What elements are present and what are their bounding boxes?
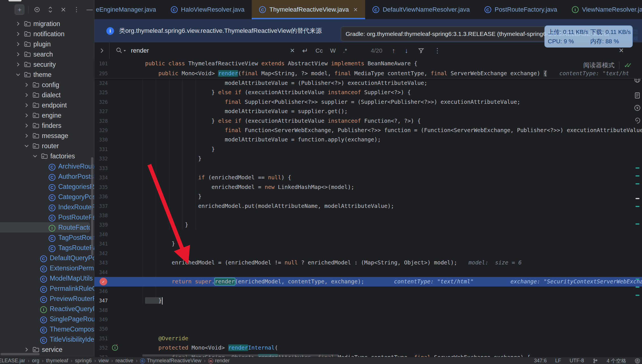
spiral-icon[interactable] [634,117,641,124]
chevron-right-icon[interactable] [23,102,30,109]
tree-item-endpoint[interactable]: endpoint [0,100,94,110]
chevron-right-icon[interactable] [15,51,21,58]
editor-horizontal-scrollbar[interactable] [142,354,339,357]
tree-item-TagPostRouteFac[interactable]: CTagPostRouteFac [0,232,94,243]
gutter[interactable] [110,59,118,69]
breadcrumb-item[interactable]: reactive [115,358,133,364]
tab-DefaultViewNameResolver.java[interactable]: CDefaultViewNameResolver.java [365,0,477,19]
tree-item-ExtensionPermalinkF[interactable]: CExtensionPermalinkF [0,263,94,273]
tree-item-ReactiveQueryPostP[interactable]: IReactiveQueryPostP [0,304,94,314]
scrollbar-match-mark[interactable] [635,198,639,199]
chevron-right-icon[interactable] [15,61,21,68]
breakpoint-icon[interactable]: ✓ [100,278,107,285]
clear-search-icon[interactable]: ✕ [290,47,295,54]
tab-ThymeleafReactiveView.java[interactable]: CThymeleafReactiveView.java✕ [252,0,365,19]
readonly-lock-icon[interactable] [635,358,640,364]
reader-mode-widget[interactable]: 阅读器模式 ✓✓ [583,61,632,70]
chevron-right-icon[interactable] [23,346,30,353]
gutter[interactable] [110,353,118,357]
chevron-right-icon[interactable] [15,31,21,37]
tree-item-TitleVisibilityIdentify[interactable]: CTitleVisibilityIdentify [0,334,94,344]
caret-position[interactable]: 347:6 [534,358,547,364]
filter-icon[interactable] [418,47,425,54]
chevron-down-icon[interactable] [32,153,38,160]
tree-item-RouteFactory[interactable]: IRouteFactory [0,222,90,232]
tree-item-SinglePageRoute[interactable]: CSinglePageRoute [0,314,94,324]
plus-icon[interactable]: ＋ [15,5,24,15]
gutter[interactable] [110,305,118,315]
hide-icon[interactable]: — [85,5,94,14]
scrollbar-match-mark[interactable] [635,295,639,296]
gutter[interactable] [110,154,118,163]
coin-icon[interactable]: ¥ [634,104,641,112]
tab-HaloViewResolver.java[interactable]: CHaloViewResolver.java [163,0,252,19]
git-branch-icon[interactable] [593,358,598,364]
tree-item-CategoryPostRou[interactable]: CCategoryPostRou [0,192,94,202]
breadcrumb-item[interactable]: thymeleaf [46,358,68,364]
search-input[interactable] [130,47,225,55]
tree-item-ThemeCompositeRo[interactable]: CThemeCompositeRo [0,324,94,334]
gutter[interactable] [110,211,118,220]
tree-item-router[interactable]: router [0,141,94,151]
scrollbar-match-mark[interactable] [635,223,639,225]
breadcrumb-item[interactable]: mrender [208,358,230,364]
close-tab-icon[interactable]: ✕ [353,7,358,13]
close-find-icon[interactable]: ✕ [619,47,624,54]
scrollbar-match-mark[interactable] [635,167,639,169]
breadcrumb-item[interactable]: CThymeleafReactiveView [140,358,201,364]
monitor-hide-link[interactable]: 隐藏 [633,28,642,42]
gutter[interactable] [110,268,118,277]
scrollbar-match-mark[interactable] [635,206,639,207]
tree-item-IndexRouteFacto[interactable]: CIndexRouteFacto [0,202,94,212]
tree-item-dialect[interactable]: dialect [0,90,94,100]
code-editor[interactable]: 324 modelAttributeValue = (Publisher<?>)… [94,78,642,357]
tree-item-engine[interactable]: engine [0,110,94,120]
breadcrumb-item[interactable]: view [98,358,109,364]
chevron-right-icon[interactable] [23,132,30,139]
chevron-right-icon[interactable] [15,41,21,48]
tree-item-migration[interactable]: migration [0,19,94,29]
previous-match-icon[interactable]: ↑ [392,47,395,55]
scrollbar-match-mark[interactable] [635,175,639,176]
breadcrumb-item[interactable]: spring6 [75,358,92,364]
gutter[interactable] [110,277,118,286]
gutter[interactable]: I↑ [110,343,118,353]
gutter[interactable] [110,126,118,135]
gutter[interactable] [110,249,118,258]
tree-item-ModelMapUtils[interactable]: CModelMapUtils [0,273,94,283]
chevron-right-icon[interactable] [23,122,30,129]
next-match-icon[interactable]: ↓ [405,47,408,55]
chevron-right-icon[interactable] [23,92,30,98]
gutter[interactable] [110,296,118,305]
more-icon[interactable]: ⋮ [72,5,81,14]
tree-horizontal-scrollbar[interactable] [1,353,40,355]
tree-item-search[interactable]: search [0,49,94,59]
indent-setting[interactable]: 4 个空格 [607,357,626,364]
whole-words-toggle[interactable]: W [330,47,336,54]
collapse-all-icon[interactable] [59,5,68,14]
gutter[interactable] [110,287,118,296]
gutter[interactable] [110,107,118,116]
tree-item-finders[interactable]: finders [0,120,94,131]
tree-item-notification[interactable]: notification [0,29,94,39]
chevron-right-icon[interactable] [15,20,21,27]
gutter[interactable] [110,258,118,268]
newline-icon[interactable]: ↵ [302,47,308,55]
scrollbar-match-mark[interactable] [635,279,639,280]
tree-item-ArchiveRouteFac[interactable]: CArchiveRouteFac [0,161,94,171]
gutter[interactable] [110,182,118,192]
chevron-down-icon[interactable] [15,71,21,78]
tree-item-PreviewRouterFunct[interactable]: CPreviewRouterFunct [0,294,94,304]
gutter[interactable] [110,145,118,154]
gutter[interactable] [110,163,118,173]
tree-item-PostRouteFactory[interactable]: CPostRouteFactory [0,212,94,222]
gutter[interactable] [110,88,118,97]
scrollbar-match-mark[interactable] [635,287,639,288]
gutter[interactable] [110,324,118,334]
tree-item-factories[interactable]: factories [0,151,94,161]
overriding-method-icon[interactable]: I↑ [112,345,118,351]
gutter[interactable] [110,97,118,107]
tree-item-security[interactable]: security [0,59,94,70]
gutter[interactable] [110,173,118,182]
search-icon[interactable] [116,47,126,54]
